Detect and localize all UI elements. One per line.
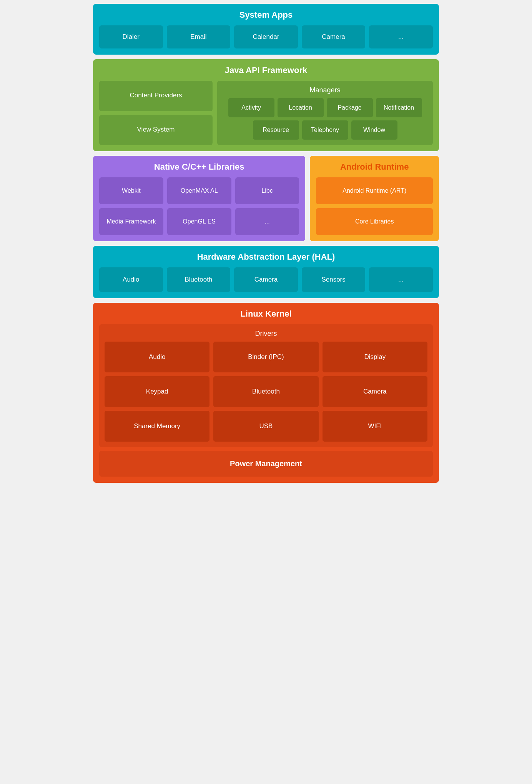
list-item: OpenMAX AL [167, 177, 231, 204]
list-item: Email [167, 25, 231, 48]
content-providers-item: Content Providers [99, 81, 213, 111]
native-cpp-title: Native C/C++ Libraries [99, 162, 299, 172]
list-item: Window [351, 120, 397, 140]
list-item: Android Runtime (ART) [316, 177, 433, 204]
hal-title: Hardware Abstraction Layer (HAL) [99, 252, 433, 262]
list-item: Webkit [99, 177, 163, 204]
drivers-title: Drivers [105, 330, 427, 338]
android-runtime-items: Android Runtime (ART) Core Libraries [316, 177, 433, 235]
list-item: Camera [234, 267, 298, 292]
list-item: Camera [323, 376, 427, 407]
android-runtime-title: Android Runtime [316, 162, 433, 172]
native-cpp-layer: Native C/C++ Libraries Webkit OpenMAX AL… [93, 156, 305, 241]
java-api-left: Content Providers View System [99, 81, 213, 145]
linux-kernel-layer: Linux Kernel Drivers Audio Binder (IPC) … [93, 303, 439, 483]
list-item: Calendar [234, 25, 298, 48]
list-item: Notification [376, 98, 422, 117]
list-item: Package [327, 98, 373, 117]
list-item: Dialer [99, 25, 163, 48]
list-item: Resource [253, 120, 299, 140]
list-item: Location [278, 98, 324, 117]
list-item: ... [235, 208, 299, 235]
list-item: WIFI [323, 411, 427, 442]
list-item: USB [213, 411, 318, 442]
list-item: Display [323, 342, 427, 372]
managers-row-1: Activity Location Package Notification [223, 98, 427, 117]
drivers-grid: Audio Binder (IPC) Display Keypad Blueto… [105, 342, 427, 442]
managers-title: Managers [223, 86, 427, 94]
linux-kernel-title: Linux Kernel [99, 309, 433, 319]
java-api-title: Java API Framework [99, 65, 433, 75]
list-item: Camera [302, 25, 366, 48]
hal-items: Audio Bluetooth Camera Sensors ... [99, 267, 433, 292]
list-item: ... [369, 25, 433, 48]
list-item: Audio [99, 267, 163, 292]
java-api-content: Content Providers View System Managers A… [99, 81, 433, 145]
list-item: Bluetooth [167, 267, 231, 292]
list-item: Bluetooth [213, 376, 318, 407]
system-apps-layer: System Apps Dialer Email Calendar Camera… [93, 4, 439, 55]
native-runtime-row: Native C/C++ Libraries Webkit OpenMAX AL… [93, 156, 439, 241]
list-item: Telephony [302, 120, 348, 140]
list-item: OpenGL ES [167, 208, 231, 235]
managers-box: Managers Activity Location Package Notif… [217, 81, 433, 145]
java-api-layer: Java API Framework Content Providers Vie… [93, 59, 439, 151]
managers-row-2: Resource Telephony Window [223, 120, 427, 140]
list-item: Libc [235, 177, 299, 204]
drivers-box: Drivers Audio Binder (IPC) Display Keypa… [99, 324, 433, 447]
power-management-item: Power Management [99, 451, 433, 477]
hal-layer: Hardware Abstraction Layer (HAL) Audio B… [93, 246, 439, 298]
list-item: Sensors [302, 267, 366, 292]
managers-grid: Activity Location Package Notification R… [223, 98, 427, 140]
view-system-item: View System [99, 115, 213, 145]
android-runtime-layer: Android Runtime Android Runtime (ART) Co… [310, 156, 439, 241]
native-cpp-items: Webkit OpenMAX AL Libc Media Framework O… [99, 177, 299, 235]
list-item: Activity [228, 98, 274, 117]
system-apps-items: Dialer Email Calendar Camera ... [99, 25, 433, 48]
list-item: Keypad [105, 376, 209, 407]
list-item: Shared Memory [105, 411, 209, 442]
list-item: Core Libraries [316, 208, 433, 235]
list-item: Media Framework [99, 208, 163, 235]
list-item: ... [369, 267, 433, 292]
android-architecture-diagram: System Apps Dialer Email Calendar Camera… [93, 4, 439, 483]
system-apps-title: System Apps [99, 10, 433, 20]
list-item: Audio [105, 342, 209, 372]
list-item: Binder (IPC) [213, 342, 318, 372]
